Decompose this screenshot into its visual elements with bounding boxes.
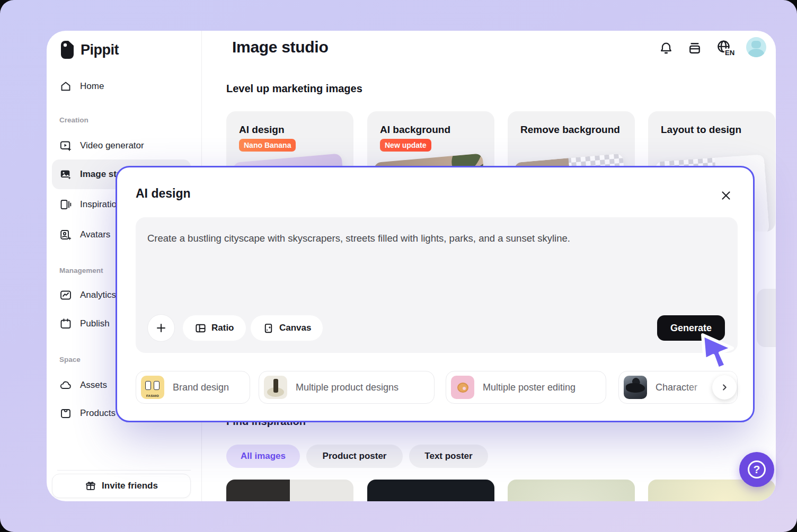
chips-scroll-next-button[interactable] xyxy=(712,375,737,400)
page-title: Image studio xyxy=(232,38,328,56)
image-studio-icon xyxy=(59,168,72,181)
sidebar-item-products[interactable]: Products xyxy=(59,404,116,423)
page-background: Pippit Home Creation Video generator xyxy=(0,0,797,532)
sidebar-item-publish[interactable]: Publish xyxy=(59,314,110,333)
sidebar-item-inspiration[interactable]: Inspiration xyxy=(59,195,121,214)
help-button[interactable]: ? xyxy=(739,452,774,487)
sidebar-item-assets[interactable]: Assets xyxy=(59,376,107,395)
analytics-icon xyxy=(59,289,72,302)
new-update-badge: New update xyxy=(380,139,431,152)
notifications-bell-icon[interactable] xyxy=(657,39,675,57)
chip-multiple-poster-editing[interactable]: Multiple poster editing xyxy=(446,371,606,404)
card-title: AI background xyxy=(380,124,450,136)
sidebar-footer-divider xyxy=(57,470,191,471)
sidebar-item-video-generator[interactable]: Video generator xyxy=(59,136,144,155)
marketing-heading: Level up marketing images xyxy=(226,83,362,95)
sidebar-item-label: Home xyxy=(80,81,104,92)
sidebar-item-label: Products xyxy=(80,408,116,419)
chip-brand-design[interactable]: FASHIO Brand design xyxy=(136,371,250,404)
prompt-text: Create a bustling cityscape with skyscra… xyxy=(147,232,722,245)
avatars-icon xyxy=(59,228,72,241)
app-logo: Pippit xyxy=(59,39,119,60)
tab-product-poster[interactable]: Product poster xyxy=(306,445,403,468)
ratio-label: Ratio xyxy=(211,323,234,333)
canvas-label: Canvas xyxy=(279,323,311,333)
add-attachment-button[interactable] xyxy=(147,314,175,342)
modal-title: AI design xyxy=(136,187,191,201)
ratio-icon xyxy=(194,322,207,334)
pippit-logo-icon xyxy=(59,39,75,60)
close-icon[interactable] xyxy=(718,188,734,203)
publish-calendar-icon xyxy=(59,317,72,330)
language-code: EN xyxy=(725,49,734,57)
product-designs-chip-thumbnail xyxy=(264,376,287,399)
sidebar-item-label: Video generator xyxy=(80,140,144,151)
assets-cloud-icon xyxy=(59,379,72,392)
canvas-button[interactable]: Canvas xyxy=(251,315,323,341)
character-chip-thumbnail xyxy=(624,376,647,399)
sidebar-item-home[interactable]: Home xyxy=(59,77,104,96)
tab-all-images[interactable]: All images xyxy=(226,445,300,468)
ai-design-modal: AI design Create a bustling cityscape wi… xyxy=(116,166,755,422)
sidebar-item-label: Publish xyxy=(80,318,110,329)
inspiration-icon xyxy=(59,198,72,211)
chip-multiple-product-designs[interactable]: Multiple product designs xyxy=(259,371,435,404)
question-mark-icon: ? xyxy=(748,460,766,478)
prompt-input[interactable]: Create a bustling cityscape with skyscra… xyxy=(136,217,738,353)
brand-design-chip-thumbnail: FASHIO xyxy=(141,376,164,399)
video-generator-icon xyxy=(59,139,72,152)
partially-visible-card xyxy=(757,289,776,347)
poster-editing-chip-thumbnail xyxy=(451,376,474,399)
invite-friends-label: Invite friends xyxy=(102,481,158,491)
user-avatar[interactable] xyxy=(746,37,766,57)
inspiration-image-3[interactable] xyxy=(508,480,635,501)
products-bag-icon xyxy=(59,407,72,420)
inspiration-image-1[interactable] xyxy=(226,480,353,501)
sidebar-item-label: Avatars xyxy=(80,229,110,240)
storage-drawer-icon[interactable] xyxy=(686,39,704,57)
home-icon xyxy=(59,80,72,93)
sidebar-item-label: Analytics xyxy=(80,290,116,300)
canvas-icon xyxy=(262,322,274,334)
tab-text-poster[interactable]: Text poster xyxy=(409,445,488,468)
inspiration-image-2[interactable] xyxy=(367,480,494,501)
language-globe-icon[interactable]: EN xyxy=(714,39,736,57)
sidebar-section-management: Management xyxy=(59,267,103,274)
sidebar-item-avatars[interactable]: Avatars xyxy=(59,225,110,244)
card-title: Layout to design xyxy=(661,124,741,136)
logo-text: Pippit xyxy=(81,42,119,58)
generate-button[interactable]: Generate xyxy=(657,315,725,341)
gift-icon xyxy=(85,480,96,492)
nano-banana-badge: Nano Banana xyxy=(239,139,296,152)
sidebar-section-space: Space xyxy=(59,356,81,363)
invite-friends-button[interactable]: Invite friends xyxy=(52,474,191,498)
sidebar-item-analytics[interactable]: Analytics xyxy=(59,286,116,305)
avatar-silhouette xyxy=(751,41,761,48)
sidebar-item-label: Assets xyxy=(80,380,107,391)
chevron-right-icon xyxy=(719,382,730,393)
sidebar-section-creation: Creation xyxy=(59,116,88,124)
ratio-button[interactable]: Ratio xyxy=(183,315,246,341)
card-title: AI design xyxy=(239,124,285,136)
card-title: Remove background xyxy=(520,124,620,136)
